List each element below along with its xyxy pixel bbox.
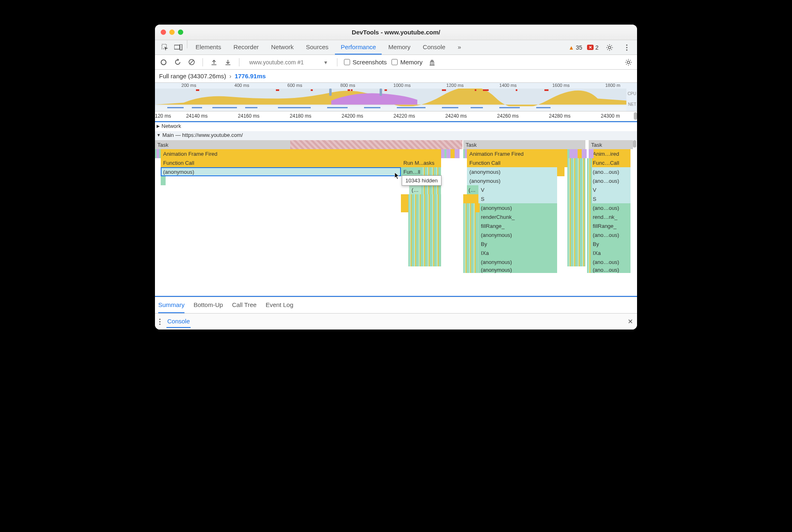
recording-select[interactable]: www.youtube.com #1 ▾ — [246, 58, 330, 66]
tab-memory[interactable]: Memory — [382, 40, 416, 55]
capture-settings-icon[interactable] — [624, 58, 633, 67]
flame-entry[interactable]: fillRange_ — [478, 221, 557, 230]
flame-entry[interactable]: (anonymous) — [467, 167, 557, 176]
flame-sliver[interactable] — [421, 167, 441, 176]
flame-entry[interactable]: V — [478, 185, 557, 194]
flame-entry[interactable]: renderChunk_ — [478, 212, 557, 221]
flame-entry[interactable]: V — [590, 185, 630, 194]
flame-entry[interactable]: (ano…ous) — [590, 176, 630, 185]
flame-sliver[interactable] — [589, 149, 594, 158]
flame-stack[interactable] — [463, 203, 478, 273]
flame-sliver[interactable] — [582, 149, 587, 158]
flame-entry[interactable]: fillRange_ — [590, 221, 630, 230]
settings-icon[interactable] — [603, 44, 616, 51]
flame-chart[interactable]: ▶Network ▼Main — https://www.youtube.com… — [155, 121, 637, 297]
full-range[interactable]: Full range (34307.26ms) — [159, 73, 226, 80]
flame-entry[interactable]: (anonymous) — [478, 230, 557, 239]
network-track-header[interactable]: ▶Network — [155, 122, 637, 131]
flame-entry[interactable]: (ano…ous) — [590, 266, 630, 273]
flame-entry[interactable]: (ano…ous) — [590, 257, 630, 266]
tab-network[interactable]: Network — [265, 40, 299, 55]
flame-sliver[interactable] — [161, 176, 166, 185]
record-button[interactable] — [159, 58, 168, 67]
tab-console[interactable]: Console — [417, 40, 451, 55]
flame-entry[interactable]: By — [590, 239, 630, 248]
flame-sliver[interactable] — [569, 149, 574, 158]
screenshots-checkbox[interactable]: Screenshots — [344, 59, 387, 66]
flame-entry[interactable]: (… — [467, 185, 478, 194]
flame-entry[interactable]: S — [478, 194, 557, 203]
errors-badge[interactable]: ✕ 2 — [587, 44, 599, 51]
svg-rect-27 — [212, 107, 237, 108]
kebab-menu-icon[interactable] — [159, 318, 161, 325]
flame-entry[interactable]: (anonymous) — [478, 266, 557, 273]
flame-entry[interactable]: IXa — [478, 248, 557, 257]
flame-entry[interactable]: (anonymous) — [478, 203, 557, 212]
flame-sliver[interactable] — [401, 194, 408, 203]
kebab-menu-icon[interactable] — [621, 44, 633, 51]
svg-rect-23 — [544, 89, 548, 91]
console-tab[interactable]: Console — [166, 315, 191, 328]
flame-entry[interactable]: (… — [409, 185, 421, 194]
flame-stack[interactable] — [408, 194, 441, 266]
tab-sources[interactable]: Sources — [300, 40, 334, 55]
inspect-icon[interactable] — [159, 40, 171, 55]
flame-entry[interactable]: (ano…ous) — [590, 230, 630, 239]
scrollbar-thumb[interactable] — [633, 140, 636, 148]
flame-entry[interactable]: S — [590, 194, 630, 203]
error-icon: ✕ — [587, 45, 594, 50]
flame-entry[interactable]: IXa — [590, 248, 630, 257]
flame-stack[interactable] — [587, 158, 592, 273]
main-track-header[interactable]: ▼Main — https://www.youtube.com/ — [155, 131, 637, 140]
device-toolbar-icon[interactable] — [172, 40, 184, 55]
upload-icon[interactable] — [209, 58, 218, 67]
flame-stack[interactable] — [567, 158, 585, 266]
flame-animation-frame[interactable]: Animation Frame Fired — [467, 149, 567, 158]
flame-task[interactable]: Task — [463, 140, 585, 149]
flame-entry[interactable]: (ano…ous) — [590, 167, 630, 176]
tab-event-log[interactable]: Event Log — [266, 297, 294, 313]
flame-entry[interactable]: By — [478, 239, 557, 248]
flame-run-microtasks[interactable]: Run M...asks — [401, 158, 441, 167]
clear-button[interactable] — [187, 58, 196, 67]
flame-entry[interactable]: (ano…ous) — [590, 203, 630, 212]
flame-task[interactable]: Task — [589, 140, 633, 149]
flame-entry[interactable]: (anonymous) — [467, 176, 557, 185]
flame-sliver[interactable] — [401, 203, 408, 212]
download-icon[interactable] — [223, 58, 232, 67]
reload-button[interactable] — [173, 58, 182, 67]
close-drawer-icon[interactable]: ✕ — [628, 318, 633, 325]
tabs-overflow-icon[interactable]: » — [452, 40, 467, 55]
tab-summary[interactable]: Summary — [158, 297, 184, 313]
flame-area[interactable]: Task Animation Frame Fired Function Call… — [155, 140, 637, 296]
garbage-collect-icon[interactable] — [428, 58, 437, 67]
chevron-down-icon: ▾ — [324, 59, 327, 66]
detail-ruler[interactable]: 120 ms 24140 ms 24160 ms 24180 ms 24200 … — [155, 111, 637, 121]
memory-checkbox[interactable]: Memory — [391, 59, 422, 66]
tab-performance[interactable]: Performance — [335, 40, 382, 55]
flame-sliver[interactable] — [463, 194, 478, 203]
flame-function-call[interactable]: Function Call — [161, 158, 401, 167]
flame-animation-frame[interactable]: Animation Frame Fired — [161, 149, 441, 158]
warnings-badge[interactable]: ▲ 35 — [569, 44, 582, 51]
svg-rect-28 — [245, 107, 257, 108]
flame-animation-frame[interactable]: Anim…ired — [590, 149, 630, 158]
flame-function-call[interactable]: Function Call — [467, 158, 567, 167]
tab-bottom-up[interactable]: Bottom-Up — [193, 297, 223, 313]
tab-elements[interactable]: Elements — [190, 40, 227, 55]
flame-sliver[interactable] — [557, 167, 564, 176]
flame-function-call[interactable]: Func…Call — [590, 158, 630, 167]
selected-range[interactable]: 1776.91ms — [234, 73, 266, 80]
overview-timeline[interactable]: 200 ms 400 ms 600 ms 800 ms 1000 ms 1200… — [155, 83, 637, 111]
flame-anonymous-selected[interactable]: (anonymous) — [161, 167, 401, 176]
flame-sliver[interactable] — [421, 185, 441, 194]
flame-entry[interactable]: (anonymous) — [478, 257, 557, 266]
scrollbar-thumb[interactable] — [634, 112, 637, 120]
svg-rect-2 — [180, 44, 182, 50]
flame-sliver[interactable] — [455, 149, 460, 158]
tab-recorder[interactable]: Recorder — [228, 40, 265, 55]
flame-entry[interactable]: rend…nk_ — [590, 212, 630, 221]
flame-entry[interactable]: Fun…ll — [401, 167, 421, 176]
flame-sliver[interactable] — [475, 203, 480, 212]
tab-call-tree[interactable]: Call Tree — [232, 297, 257, 313]
